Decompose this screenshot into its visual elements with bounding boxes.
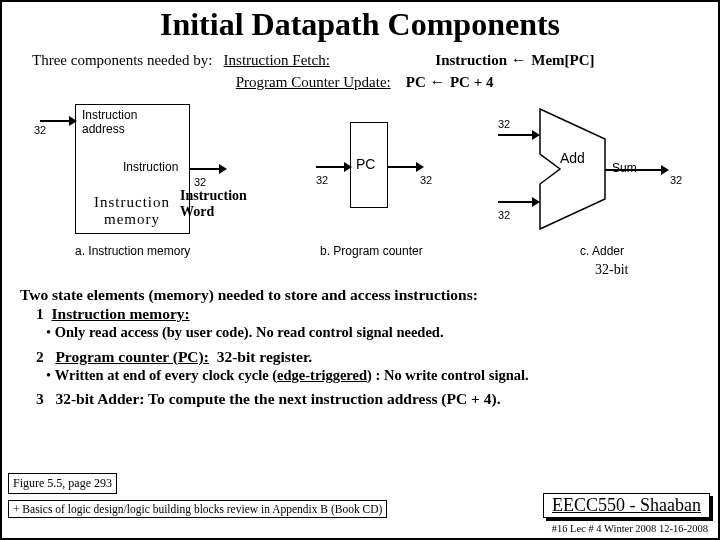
item2-rest: 32-bit register. — [217, 348, 313, 365]
imem-name: Instruction memory — [94, 194, 170, 228]
item3-num: 3 — [36, 390, 44, 407]
item2-bullet-b: ) : No write control signal. — [367, 367, 529, 383]
fetch-label: Instruction Fetch: — [224, 52, 330, 68]
item2-label: Program counter (PC): — [55, 348, 209, 365]
left-arrow-icon: ← — [511, 51, 531, 68]
imem-in-width: 32 — [34, 124, 46, 136]
left-arrow-icon: ← — [429, 73, 449, 90]
pc-caption: b. Program counter — [320, 244, 423, 258]
adder-note: 32-bit — [595, 262, 628, 278]
svg-marker-0 — [540, 109, 605, 229]
iw-label: Instruction Word — [180, 188, 247, 220]
sub-prefix: Three components needed by: — [32, 52, 212, 68]
footnote: #16 Lec # 4 Winter 2008 12-16-2008 — [552, 523, 708, 534]
pcupdate-rhs: PC + 4 — [450, 74, 494, 90]
figure-ref-box: Figure 5.5, page 293 — [8, 473, 117, 494]
adder-b-width: 32 — [498, 209, 510, 221]
author-box: EECC550 - Shaaban — [543, 493, 710, 518]
adder-label: Add — [560, 150, 585, 166]
fetch-lhs: Instruction — [435, 52, 507, 68]
pcupdate-lhs: PC — [406, 74, 426, 90]
page-title: Initial Datapath Components — [2, 6, 718, 43]
item1-bullet: Only read access (by user code). No read… — [55, 324, 444, 340]
adder-sum-label: Sum — [612, 161, 637, 175]
appendix-ref-box: + Basics of logic design/logic building … — [8, 500, 387, 518]
imem-addr-label: Instruction address — [82, 108, 137, 136]
diagram: Instruction address Instruction Instruct… — [20, 94, 700, 284]
pc-out-width: 32 — [420, 174, 432, 186]
imem-out-width: 32 — [194, 176, 206, 188]
item3-text: 32-bit Adder: To compute the the next in… — [55, 390, 500, 407]
adder-out-width: 32 — [670, 174, 682, 186]
author-text: EECC550 - Shaaban — [552, 495, 701, 515]
pc-label: PC — [356, 156, 375, 172]
item1-label: Instruction memory: — [52, 305, 190, 322]
item2-bullet-u: edge-triggered — [277, 367, 367, 383]
fetch-rhs: Mem[PC] — [531, 52, 594, 68]
pcupdate-label: Program Counter Update: — [236, 74, 391, 90]
body-line1: Two state elements (memory) needed to st… — [20, 286, 478, 303]
slide: Initial Datapath Components Three compon… — [0, 0, 720, 540]
adder-a-width: 32 — [498, 118, 510, 130]
pc-in-width: 32 — [316, 174, 328, 186]
item1-num: 1 — [36, 305, 44, 322]
adder-caption: c. Adder — [580, 244, 624, 258]
imem-out-label: Instruction — [123, 160, 178, 174]
body-text: Two state elements (memory) needed to st… — [20, 286, 700, 409]
item2-num: 2 — [36, 348, 44, 365]
item2-bullet-a: Written at end of every clock cycle ( — [55, 367, 277, 383]
imem-caption: a. Instruction memory — [75, 244, 190, 258]
subtitle-block: Three components needed by: Instruction … — [32, 49, 688, 92]
